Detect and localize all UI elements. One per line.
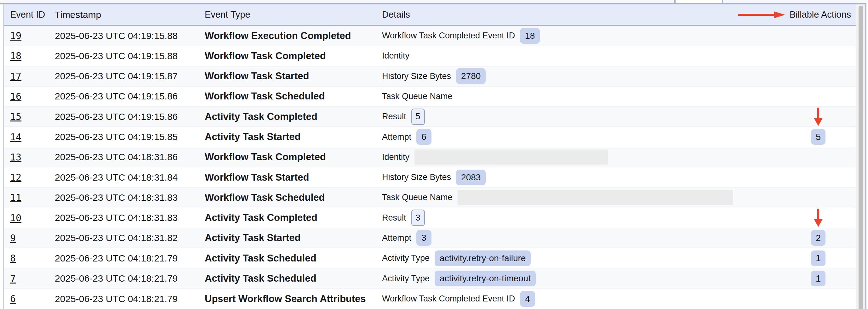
detail-value-chip: activity.retry-on-failure: [435, 250, 531, 266]
billable-actions-count: 5: [811, 129, 826, 145]
event-id-link[interactable]: 6: [10, 293, 16, 304]
detail-label: Attempt: [382, 233, 411, 243]
table-body: 19 2025-06-23 UTC 04:19:15.88 Workflow E…: [4, 26, 856, 309]
event-timestamp: 2025-06-23 UTC 04:18:21.79: [54, 294, 204, 304]
detail-label: Result: [382, 213, 406, 223]
detail-value-chip: 18: [520, 28, 540, 44]
detail-label: Result: [382, 112, 406, 122]
detail-label: Task Queue Name: [382, 92, 453, 101]
event-type: Activity Task Completed: [204, 111, 380, 123]
detail-label: History Size Bytes: [382, 71, 451, 81]
event-id-link[interactable]: 7: [10, 273, 16, 284]
event-type: Workflow Execution Completed: [204, 30, 380, 41]
event-timestamp: 2025-06-23 UTC 04:18:21.79: [54, 273, 204, 284]
redacted-value: [414, 149, 608, 165]
column-header-timestamp: Timestamp: [54, 9, 204, 20]
annotation-arrow-down-icon: [812, 108, 825, 126]
column-header-details: Details: [380, 9, 771, 20]
scrollbar-thumb[interactable]: [859, 6, 863, 309]
event-row[interactable]: 11 2025-06-23 UTC 04:18:31.83 Workflow T…: [4, 187, 856, 208]
detail-label: Identity: [382, 152, 409, 162]
event-timestamp: 2025-06-23 UTC 04:19:15.86: [54, 111, 204, 122]
event-type: Workflow Task Started: [204, 70, 380, 82]
detail-label: Task Queue Name: [382, 193, 453, 202]
event-timestamp: 2025-06-23 UTC 04:19:15.86: [54, 91, 204, 102]
event-row[interactable]: 17 2025-06-23 UTC 04:19:15.87 Workflow T…: [4, 66, 856, 87]
detail-value-chip-outlined: 3: [411, 210, 425, 226]
event-row[interactable]: 15 2025-06-23 UTC 04:19:15.86 Activity T…: [4, 107, 856, 127]
event-id-link[interactable]: 9: [10, 233, 16, 244]
event-timestamp: 2025-06-23 UTC 04:18:21.79: [54, 253, 204, 264]
event-id-link[interactable]: 18: [10, 50, 22, 61]
detail-label: Identity: [382, 51, 409, 61]
billable-actions-count: 1: [811, 250, 826, 266]
detail-value-chip: 2083: [456, 170, 486, 185]
event-row[interactable]: 7 2025-06-23 UTC 04:18:21.79 Activity Ta…: [4, 268, 856, 288]
column-header-event-id: Event ID: [4, 9, 54, 20]
table-header-row: Event ID Timestamp Event Type Details Bi…: [4, 4, 856, 26]
event-type: Activity Task Scheduled: [204, 273, 380, 284]
event-type: Workflow Task Scheduled: [204, 91, 380, 102]
detail-value-chip: 4: [520, 291, 535, 307]
column-header-billable-actions-label: Billable Actions: [789, 9, 851, 20]
event-id-link[interactable]: 11: [10, 192, 22, 203]
event-type: Activity Task Completed: [204, 212, 380, 224]
event-id-link[interactable]: 8: [10, 253, 16, 264]
event-timestamp: 2025-06-23 UTC 04:18:31.82: [54, 233, 204, 243]
event-type: Activity Task Started: [204, 131, 380, 142]
detail-label: Attempt: [382, 132, 411, 142]
detail-value-chip: activity.retry-on-timeout: [435, 271, 536, 286]
event-row[interactable]: 8 2025-06-23 UTC 04:18:21.79 Activity Ta…: [4, 248, 856, 268]
event-timestamp: 2025-06-23 UTC 04:19:15.88: [54, 51, 204, 61]
event-id-link[interactable]: 17: [10, 71, 22, 82]
column-header-billable-actions: Billable Actions: [771, 9, 856, 20]
event-row[interactable]: 12 2025-06-23 UTC 04:18:31.84 Workflow T…: [4, 167, 856, 187]
detail-value-chip-outlined: 5: [411, 109, 425, 125]
event-row[interactable]: 18 2025-06-23 UTC 04:19:15.88 Workflow T…: [4, 46, 856, 66]
event-row[interactable]: 10 2025-06-23 UTC 04:18:31.83 Activity T…: [4, 208, 856, 228]
detail-label: Activity Type: [382, 274, 430, 283]
billable-actions-count: 1: [811, 271, 826, 286]
detail-label: Workflow Task Completed Event ID: [382, 294, 515, 304]
event-row[interactable]: 13 2025-06-23 UTC 04:18:31.86 Workflow T…: [4, 147, 856, 167]
event-row[interactable]: 14 2025-06-23 UTC 04:19:15.85 Activity T…: [4, 127, 856, 147]
billable-actions-count: 2: [811, 230, 826, 246]
event-timestamp: 2025-06-23 UTC 04:18:31.84: [54, 172, 204, 183]
event-row[interactable]: 9 2025-06-23 UTC 04:18:31.82 Activity Ta…: [4, 228, 856, 248]
event-id-link[interactable]: 15: [10, 111, 22, 122]
event-type: Workflow Task Scheduled: [204, 192, 380, 203]
event-id-link[interactable]: 16: [10, 91, 22, 102]
event-type: Workflow Task Started: [204, 172, 380, 183]
detail-label: History Size Bytes: [382, 172, 451, 182]
event-timestamp: 2025-06-23 UTC 04:18:31.83: [54, 212, 204, 223]
event-timestamp: 2025-06-23 UTC 04:19:15.87: [54, 71, 204, 81]
annotation-arrow-down-icon: [812, 209, 825, 227]
event-type: Workflow Task Completed: [204, 50, 380, 62]
column-header-event-type: Event Type: [204, 9, 380, 20]
event-id-link[interactable]: 13: [10, 152, 22, 163]
detail-label: Activity Type: [382, 253, 430, 263]
event-id-link[interactable]: 19: [10, 30, 22, 41]
active-tab-fragment: [674, 0, 723, 3]
detail-label: Workflow Task Completed Event ID: [382, 31, 515, 41]
event-row[interactable]: 16 2025-06-23 UTC 04:19:15.86 Workflow T…: [4, 87, 856, 107]
event-id-link[interactable]: 14: [10, 132, 22, 142]
event-id-link[interactable]: 10: [10, 212, 22, 224]
event-type: Activity Task Scheduled: [204, 253, 380, 264]
event-row[interactable]: 6 2025-06-23 UTC 04:18:21.79 Upsert Work…: [4, 289, 856, 309]
annotation-arrow-right-icon: [738, 11, 785, 19]
top-bar-remnant: [0, 0, 868, 3]
event-row[interactable]: 19 2025-06-23 UTC 04:19:15.88 Workflow E…: [4, 26, 856, 46]
redacted-value: [458, 190, 733, 205]
event-timestamp: 2025-06-23 UTC 04:19:15.88: [54, 31, 204, 41]
scrollbar: [856, 4, 868, 309]
event-type: Workflow Task Completed: [204, 151, 380, 163]
detail-value-chip: 2780: [456, 68, 486, 84]
event-timestamp: 2025-06-23 UTC 04:18:31.86: [54, 152, 204, 162]
event-history-table: Event ID Timestamp Event Type Details Bi…: [3, 4, 856, 309]
detail-value-chip: 3: [416, 230, 432, 246]
event-id-link[interactable]: 12: [10, 172, 22, 183]
detail-value-chip: 6: [416, 129, 432, 145]
event-history-screen: Event ID Timestamp Event Type Details Bi…: [0, 0, 868, 309]
event-timestamp: 2025-06-23 UTC 04:18:31.83: [54, 192, 204, 203]
